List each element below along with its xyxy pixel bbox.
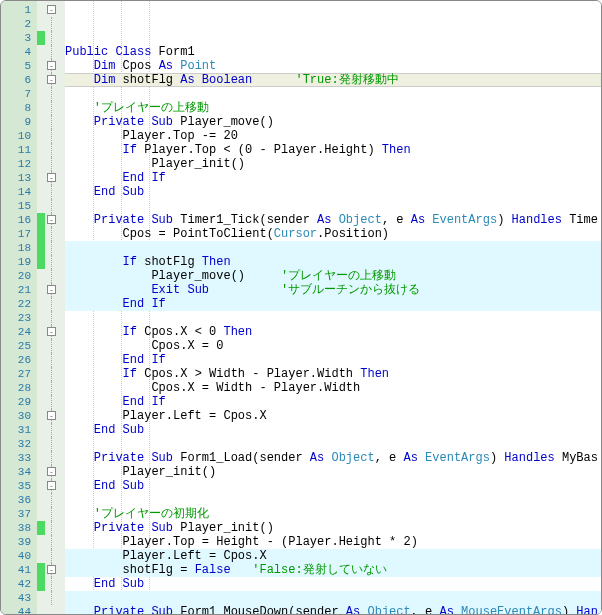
fold-toggle-icon[interactable]: - [47, 61, 56, 70]
code-line[interactable]: End Sub [65, 479, 601, 493]
token-kw: As [310, 451, 324, 465]
code-line[interactable]: End Sub [65, 423, 601, 437]
code-line[interactable]: Private Sub Player_init() [65, 521, 601, 535]
fold-cell [45, 269, 65, 283]
token-id: Player_move() [65, 269, 281, 283]
code-line[interactable] [65, 493, 601, 507]
fold-toggle-icon[interactable]: - [47, 467, 56, 476]
token-id: shotFlg = [65, 563, 195, 577]
code-line[interactable]: Player.Top = Height - (Player.Height * 2… [65, 535, 601, 549]
fold-cell [45, 451, 65, 465]
change-marker [37, 3, 45, 17]
fold-toggle-icon[interactable]: - [47, 75, 56, 84]
code-line[interactable]: If Player.Top < (0 - Player.Height) Then [65, 143, 601, 157]
change-marker [37, 577, 45, 591]
fold-cell: - [45, 283, 65, 297]
fold-cell [45, 395, 65, 409]
code-line[interactable]: End If [65, 297, 601, 311]
token-id: ) [497, 213, 511, 227]
fold-toggle-icon[interactable]: - [47, 173, 56, 182]
code-line[interactable]: Player_init() [65, 157, 601, 171]
token-id [65, 451, 94, 465]
token-id [65, 101, 94, 115]
code-line[interactable] [65, 199, 601, 213]
code-line[interactable]: Cpos.X = Width - Player.Width [65, 381, 601, 395]
code-line[interactable]: Dim shotFlg As Boolean 'True:発射移動中 [65, 73, 601, 87]
code-line[interactable]: Exit Sub 'サブルーチンから抜ける [65, 283, 601, 297]
code-line[interactable]: End If [65, 171, 601, 185]
code-line[interactable]: Private Sub Form1_MouseDown(sender As Ob… [65, 605, 601, 614]
line-number: 38 [1, 521, 37, 535]
fold-toggle-icon[interactable]: - [47, 285, 56, 294]
token-kw: Handles [504, 451, 554, 465]
token-cm: 'プレイヤーの上移動 [94, 101, 209, 115]
code-line[interactable]: End If [65, 395, 601, 409]
fold-toggle-icon[interactable]: - [47, 565, 56, 574]
code-line[interactable]: End If [65, 353, 601, 367]
token-kw: End Sub [94, 479, 144, 493]
change-markers [37, 1, 45, 614]
change-marker [37, 493, 45, 507]
change-marker [37, 353, 45, 367]
line-number: 29 [1, 395, 37, 409]
change-marker [37, 549, 45, 563]
token-kw: If [123, 325, 137, 339]
token-id: Player.Top < (0 - Player.Height) [137, 143, 382, 157]
code-line[interactable]: 'プレイヤーの初期化 [65, 507, 601, 521]
code-line[interactable]: shotFlg = False 'False:発射していない [65, 563, 601, 577]
code-line[interactable]: Player.Top -= 20 [65, 129, 601, 143]
line-number-gutter: 1234567891011121314151617181920212223242… [1, 1, 37, 614]
fold-toggle-icon[interactable]: - [47, 411, 56, 420]
change-marker [37, 227, 45, 241]
change-marker [37, 437, 45, 451]
code-line[interactable]: If Cpos.X < 0 Then [65, 325, 601, 339]
fold-toggle-icon[interactable]: - [47, 481, 56, 490]
code-line[interactable]: Player.Left = Cpos.X [65, 549, 601, 563]
change-marker [37, 381, 45, 395]
code-line[interactable]: Player_init() [65, 465, 601, 479]
change-marker [37, 395, 45, 409]
code-line[interactable]: If Cpos.X > Width - Player.Width Then [65, 367, 601, 381]
code-area[interactable]: Public Class Form1 Dim Cpos As Point Dim… [65, 1, 601, 614]
change-marker [37, 283, 45, 297]
line-number: 26 [1, 353, 37, 367]
token-kw: End If [123, 297, 166, 311]
token-id: , e [382, 213, 411, 227]
code-line[interactable] [65, 311, 601, 325]
line-number: 4 [1, 45, 37, 59]
code-line[interactable]: End Sub [65, 185, 601, 199]
code-line[interactable]: Private Sub Player_move() [65, 115, 601, 129]
fold-cell [45, 143, 65, 157]
code-line[interactable] [65, 437, 601, 451]
code-line[interactable] [65, 241, 601, 255]
fold-toggle-icon[interactable]: - [47, 5, 56, 14]
code-line[interactable]: Cpos.X = 0 [65, 339, 601, 353]
fold-cell [45, 493, 65, 507]
code-line[interactable]: Cpos = PointToClient(Cursor.Position) [65, 227, 601, 241]
code-line[interactable] [65, 591, 601, 605]
code-line[interactable] [65, 87, 601, 101]
line-number: 10 [1, 129, 37, 143]
code-line[interactable]: Private Sub Timer1_Tick(sender As Object… [65, 213, 601, 227]
change-marker [37, 59, 45, 73]
token-id: Cpos.X > Width - Player.Width [137, 367, 360, 381]
line-number: 32 [1, 437, 37, 451]
token-kw: As [440, 605, 454, 614]
code-line[interactable]: Dim Cpos As Point [65, 59, 601, 73]
code-line[interactable]: Player.Left = Cpos.X [65, 409, 601, 423]
code-line[interactable]: Public Class Form1 [65, 45, 601, 59]
token-kw: As [404, 451, 418, 465]
code-line[interactable]: Player_move() 'プレイヤーの上移動 [65, 269, 601, 283]
token-ty: Object [360, 605, 410, 614]
token-kw: Dim [94, 59, 116, 73]
token-kw: End Sub [94, 577, 144, 591]
code-line[interactable]: End Sub [65, 577, 601, 591]
code-line[interactable]: If shotFlg Then [65, 255, 601, 269]
fold-cell [45, 157, 65, 171]
code-line[interactable]: 'プレイヤーの上移動 [65, 101, 601, 115]
line-number: 39 [1, 535, 37, 549]
fold-toggle-icon[interactable]: - [47, 327, 56, 336]
code-line[interactable]: Private Sub Form1_Load(sender As Object,… [65, 451, 601, 465]
fold-toggle-icon[interactable]: - [47, 215, 56, 224]
token-id: Player.Top = Height - (Player.Height * 2… [65, 535, 418, 549]
